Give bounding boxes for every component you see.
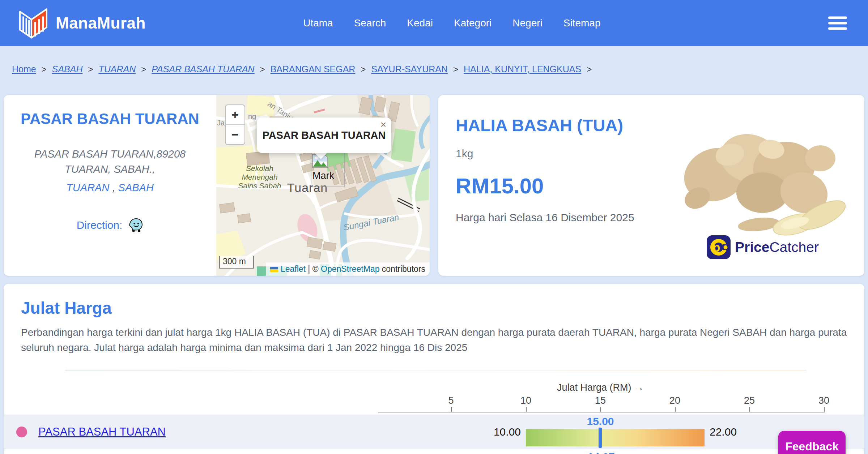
feedback-button[interactable]: Feedback bbox=[778, 431, 846, 454]
breadcrumb-separator: > bbox=[42, 64, 47, 74]
axis-title: Julat Harga (RM) → bbox=[557, 382, 644, 393]
axis-line bbox=[378, 412, 825, 412]
navbar: ManaMurah Utama Search Kedai Kategori Ne… bbox=[0, 0, 868, 46]
breadcrumb-barangan-segar[interactable]: BARANGAN SEGAR bbox=[271, 64, 356, 74]
breadcrumb-pasar[interactable]: PASAR BASAH TUARAN bbox=[152, 64, 254, 74]
close-icon[interactable]: × bbox=[380, 119, 386, 130]
state-link[interactable]: SABAH bbox=[118, 182, 154, 193]
zoom-out-button[interactable]: − bbox=[226, 125, 244, 144]
tick-mark bbox=[451, 407, 452, 412]
map-zoom-control: + − bbox=[225, 104, 245, 145]
map-school-label-3: Sains Sabah bbox=[238, 181, 281, 190]
map-popup: PASAR BASAH TUARAN × bbox=[257, 117, 391, 153]
store-card: PASAR BASAH TUARAN PASAR BASAH TUARAN,89… bbox=[4, 95, 430, 276]
pricecatcher-text: PriceCatcher bbox=[735, 239, 819, 255]
pricecatcher-logo: p PriceCatcher bbox=[707, 235, 819, 259]
waze-icon[interactable] bbox=[128, 218, 143, 233]
nav-item-search[interactable]: Search bbox=[354, 17, 386, 29]
district-link[interactable]: TUARAN bbox=[66, 182, 109, 193]
attrib-divider: | bbox=[308, 264, 310, 274]
store-address: PASAR BASAH TUARAN,89208 TUARAN, SABAH., bbox=[12, 146, 208, 177]
tick-mark bbox=[749, 407, 750, 412]
direction-row: Direction: bbox=[11, 218, 209, 233]
breadcrumb-tuaran[interactable]: TUARAN bbox=[98, 64, 136, 74]
attrib-suffix: contributors bbox=[382, 264, 425, 274]
svg-text:p: p bbox=[713, 240, 720, 254]
nav-item-negeri[interactable]: Negeri bbox=[512, 17, 542, 29]
marker-alt-text: Mark bbox=[312, 170, 334, 181]
tick-label-10: 10 bbox=[520, 395, 531, 406]
store-name: PASAR BASAH TUARAN bbox=[11, 110, 209, 128]
nav-item-kategori[interactable]: Kategori bbox=[454, 17, 492, 29]
manamurah-logo-icon bbox=[18, 7, 48, 40]
direction-label: Direction: bbox=[77, 219, 123, 231]
breadcrumb-home[interactable]: Home bbox=[12, 64, 36, 74]
nav-item-utama[interactable]: Utama bbox=[303, 17, 333, 29]
pricecatcher-icon: p bbox=[707, 235, 731, 259]
map-town-label: Tuaran bbox=[287, 181, 328, 194]
map-school-label-1: Sekolah bbox=[246, 164, 273, 172]
popup-title: PASAR BASAH TUARAN bbox=[262, 129, 386, 141]
tick-label-15: 15 bbox=[595, 395, 606, 406]
current-price-label: 15.00 bbox=[587, 415, 614, 428]
page: ManaMurah Utama Search Kedai Kategori Ne… bbox=[0, 0, 868, 454]
brand-name: ManaMurah bbox=[56, 14, 146, 32]
breadcrumb-separator: > bbox=[587, 64, 592, 74]
tick-label-30: 30 bbox=[818, 395, 829, 406]
breadcrumb-sayur[interactable]: SAYUR-SAYURAN bbox=[371, 64, 448, 74]
next-row-price-label: 14.97 bbox=[587, 451, 614, 454]
tick-mark bbox=[675, 407, 676, 412]
hamburger-icon[interactable] bbox=[828, 13, 847, 33]
breadcrumb-separator: > bbox=[453, 64, 458, 74]
current-price-marker bbox=[599, 428, 602, 448]
breadcrumb-halia[interactable]: HALIA, KUNYIT, LENGKUAS bbox=[464, 64, 581, 74]
min-price-label: 10.00 bbox=[470, 426, 521, 438]
breadcrumb-separator: > bbox=[141, 64, 146, 74]
gradient-legend-line bbox=[65, 370, 807, 371]
product-image-ginger bbox=[676, 120, 846, 240]
map-scale: 300 m bbox=[219, 256, 254, 269]
tick-label-5: 5 bbox=[448, 395, 454, 406]
tick-label-20: 20 bbox=[669, 395, 680, 406]
comma: , bbox=[112, 182, 115, 193]
row-store-link[interactable]: PASAR BASAH TUARAN bbox=[38, 425, 166, 438]
chart-row-pasar-basah-tuaran: PASAR BASAH TUARAN 10.00 22.00 bbox=[4, 415, 864, 449]
breadcrumb-sabah[interactable]: SABAH bbox=[52, 64, 83, 74]
breadcrumb: Home>SABAH>TUARAN>PASAR BASAH TUARAN>BAR… bbox=[0, 46, 868, 74]
osm-link[interactable]: OpenStreetMap bbox=[321, 264, 379, 274]
price-range-description: Perbandingan harga terkini dan julat har… bbox=[21, 325, 847, 355]
breadcrumb-separator: > bbox=[260, 64, 265, 74]
attrib-copy: © bbox=[312, 264, 319, 274]
price-range-title: Julat Harga bbox=[4, 284, 864, 318]
store-info: PASAR BASAH TUARAN PASAR BASAH TUARAN,89… bbox=[4, 95, 216, 276]
store-location-links: TUARAN , SABAH bbox=[11, 182, 209, 194]
main-content: PASAR BASAH TUARAN PASAR BASAH TUARAN,89… bbox=[4, 95, 864, 276]
max-price-label: 22.00 bbox=[710, 426, 737, 438]
tick-mark bbox=[600, 407, 601, 412]
product-card: HALIA BASAH (TUA) 1kg RM15.00 Harga hari… bbox=[438, 95, 864, 276]
zoom-in-button[interactable]: + bbox=[226, 105, 244, 125]
tick-mark bbox=[824, 407, 825, 412]
map[interactable]: an Tanjung Jala ng Sekolah Menengah Sain… bbox=[216, 95, 430, 276]
brand[interactable]: ManaMurah bbox=[18, 7, 146, 40]
price-range-section: Julat Harga Perbandingan harga terkini d… bbox=[4, 284, 864, 454]
tick-mark bbox=[526, 407, 527, 412]
leaflet-link[interactable]: Leaflet bbox=[281, 264, 306, 274]
map-attribution: Leaflet | © OpenStreetMap contributors bbox=[266, 262, 430, 276]
nav-item-sitemap[interactable]: Sitemap bbox=[563, 17, 601, 29]
row-dot-icon bbox=[16, 427, 27, 437]
price-range-bar bbox=[526, 429, 705, 446]
nav-item-kedai[interactable]: Kedai bbox=[407, 17, 433, 29]
breadcrumb-separator: > bbox=[361, 64, 366, 74]
ukraine-flag-icon bbox=[270, 267, 278, 272]
main-nav: Utama Search Kedai Kategori Negeri Sitem… bbox=[303, 0, 600, 46]
map-school-label-2: Menengah bbox=[242, 173, 277, 181]
map-street-label-left2: ng bbox=[248, 112, 256, 120]
breadcrumb-separator: > bbox=[88, 64, 93, 74]
tick-label-25: 25 bbox=[744, 395, 755, 406]
